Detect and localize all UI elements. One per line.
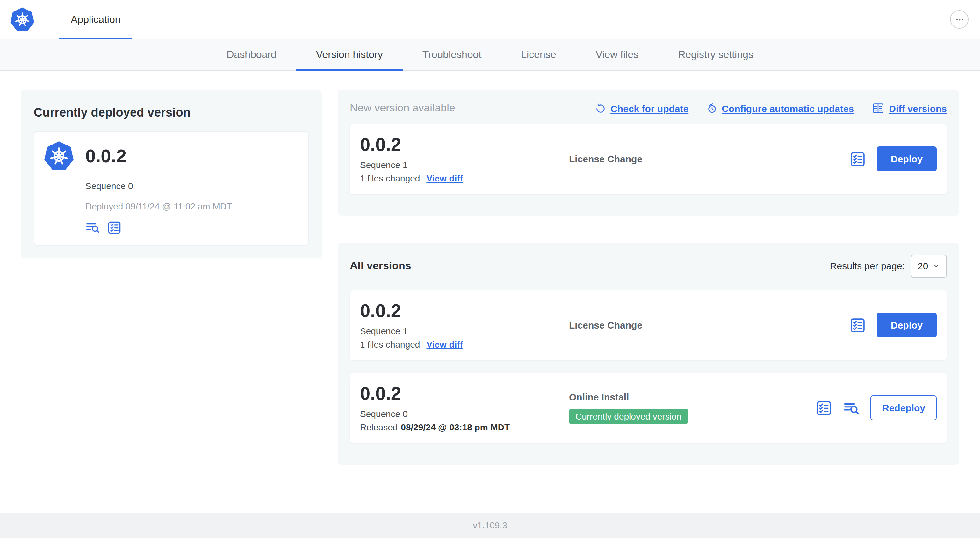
checklist-icon — [850, 151, 866, 167]
tab-registry-settings[interactable]: Registry settings — [658, 40, 773, 70]
kubernetes-logo-icon — [10, 7, 35, 32]
deployed-card-top: 0.0.2 — [43, 141, 299, 172]
version-actions-column: Deploy — [850, 313, 937, 338]
tab-version-history[interactable]: Version history — [296, 40, 403, 70]
tab-view-files[interactable]: View files — [576, 40, 659, 70]
new-version-title: New version available — [350, 102, 455, 114]
new-version-panel: New version available Check for update C… — [338, 90, 959, 216]
version-list: 0.0.2 Sequence 1 1 files changed View di… — [350, 290, 947, 443]
sequence-label: Sequence 1 — [360, 160, 569, 170]
view-logs-button[interactable] — [843, 400, 860, 416]
version-row: 0.0.2 Sequence 0 Released 08/29/24 @ 03:… — [350, 373, 947, 443]
changes-row: 1 files changed View diff — [360, 340, 569, 349]
diff-versions-link[interactable]: Diff versions — [872, 102, 947, 114]
configure-automatic-updates-link[interactable]: Configure automatic updates — [706, 103, 854, 114]
deployed-version-number: 0.0.2 — [85, 146, 126, 167]
sequence-label: Sequence 0 — [360, 408, 569, 419]
preflight-checks-button[interactable] — [816, 400, 832, 416]
deployed-sequence-label: Sequence 0 — [85, 181, 299, 191]
deployed-version-card: 0.0.2 Sequence 0 Deployed 09/11/24 @ 11:… — [34, 131, 309, 246]
version-number: 0.0.2 — [360, 384, 569, 404]
version-source-column: License Change — [569, 320, 837, 331]
version-source: License Change — [569, 154, 837, 165]
redeploy-button[interactable]: Redeploy — [871, 395, 937, 420]
released-row: Released 08/29/24 @ 03:18 pm MDT — [360, 422, 569, 432]
results-per-page: Results per page: 20 — [830, 255, 947, 278]
deployed-card-body: Sequence 0 Deployed 09/11/24 @ 11:02 am … — [85, 181, 299, 235]
logs-icon — [843, 400, 860, 416]
version-number: 0.0.2 — [360, 301, 569, 322]
app-tab-label: Application — [71, 14, 121, 25]
more-button[interactable] — [950, 10, 969, 29]
released-date: 08/29/24 @ 03:18 pm MDT — [401, 422, 510, 432]
version-number: 0.0.2 — [360, 135, 569, 156]
version-row: 0.0.2 Sequence 1 1 files changed View di… — [350, 290, 947, 360]
tab-license[interactable]: License — [501, 40, 576, 70]
changes-row: 1 files changed View diff — [360, 173, 569, 183]
files-changed-label: 1 files changed — [360, 340, 420, 349]
tab-dashboard[interactable]: Dashboard — [207, 40, 296, 70]
preflight-checks-button[interactable] — [850, 317, 866, 333]
app-tab[interactable]: Application — [59, 0, 132, 39]
app-footer: v1.109.3 — [0, 513, 980, 538]
schedule-icon — [706, 103, 717, 114]
ellipsis-icon — [953, 14, 965, 25]
check-for-update-link[interactable]: Check for update — [595, 103, 689, 114]
all-versions-title: All versions — [350, 260, 411, 273]
checklist-icon — [850, 317, 866, 333]
chevron-down-icon — [932, 262, 940, 270]
all-versions-header: All versions Results per page: 20 — [350, 255, 947, 278]
results-per-page-select[interactable]: 20 — [910, 255, 947, 278]
checklist-icon — [107, 220, 122, 235]
right-column: New version available Check for update C… — [338, 90, 959, 513]
deploy-button[interactable]: Deploy — [877, 147, 937, 171]
diff-icon — [872, 102, 885, 114]
version-actions-column: Redeploy — [816, 395, 937, 420]
deployed-timestamp: Deployed 09/11/24 @ 11:02 am MDT — [85, 201, 299, 211]
tab-troubleshoot[interactable]: Troubleshoot — [403, 40, 501, 70]
version-source-column: Online Install Currently deployed versio… — [569, 392, 803, 424]
currently-deployed-title: Currently deployed version — [34, 106, 309, 120]
version-source: Online Install — [569, 392, 803, 402]
all-versions-panel: All versions Results per page: 20 0.0.2 — [338, 243, 959, 465]
version-info: 0.0.2 Sequence 1 1 files changed View di… — [360, 135, 569, 183]
new-version-card: 0.0.2 Sequence 1 1 files changed View di… — [350, 124, 947, 194]
results-per-page-label: Results per page: — [830, 261, 905, 271]
version-info: 0.0.2 Sequence 0 Released 08/29/24 @ 03:… — [360, 384, 569, 432]
version-info: 0.0.2 Sequence 1 1 files changed View di… — [360, 301, 569, 349]
main-content: Currently deployed version 0.0.2 Sequenc… — [0, 71, 980, 513]
released-label: Released — [360, 422, 398, 432]
preflight-checks-button[interactable] — [107, 220, 122, 235]
console-version: v1.109.3 — [473, 520, 507, 530]
currently-deployed-badge: Currently deployed version — [569, 409, 688, 424]
preflight-checks-button[interactable] — [850, 151, 866, 167]
app-window: Application Dashboard Version history Tr… — [0, 0, 980, 538]
sequence-label: Sequence 1 — [360, 326, 569, 336]
app-header: Application — [0, 0, 980, 40]
files-changed-label: 1 files changed — [360, 173, 420, 183]
version-source: License Change — [569, 320, 837, 331]
version-actions: Check for update Configure automatic upd… — [595, 102, 947, 114]
view-diff-link[interactable]: View diff — [426, 173, 463, 183]
results-per-page-value: 20 — [918, 261, 928, 271]
currently-deployed-panel: Currently deployed version 0.0.2 Sequenc… — [21, 90, 322, 259]
refresh-icon — [595, 103, 606, 114]
version-source-column: License Change — [569, 154, 837, 165]
view-diff-link[interactable]: View diff — [426, 340, 463, 349]
deployed-card-actions — [85, 220, 299, 235]
app-logo-icon — [43, 141, 75, 172]
version-actions-column: Deploy — [850, 147, 937, 171]
view-logs-button[interactable] — [85, 220, 100, 235]
logs-icon — [85, 220, 100, 235]
checklist-icon — [816, 400, 832, 416]
new-version-panel-header: New version available Check for update C… — [350, 102, 947, 114]
app-tab-active-underline — [59, 37, 132, 39]
deploy-button[interactable]: Deploy — [877, 313, 937, 338]
secondary-nav: Dashboard Version history Troubleshoot L… — [0, 40, 980, 71]
